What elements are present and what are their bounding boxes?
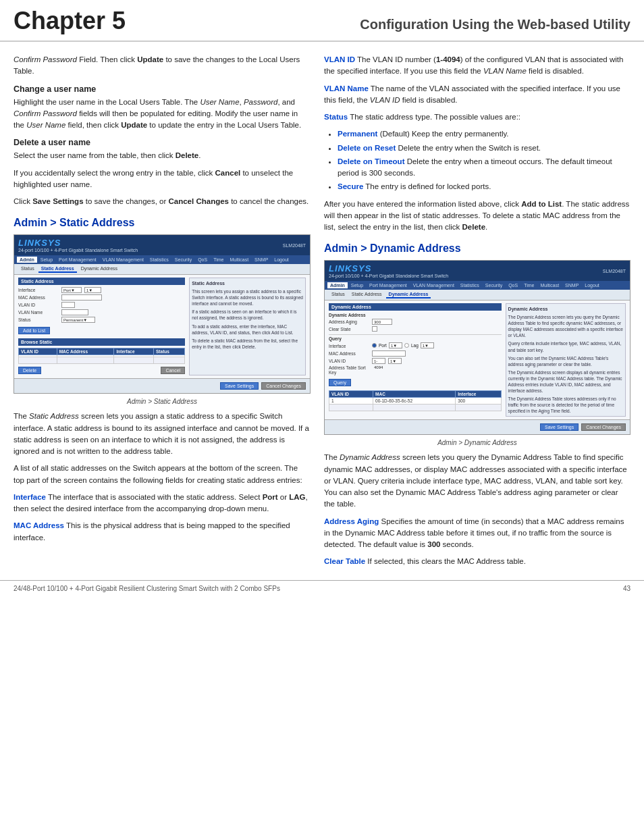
col-vlanid2: VLAN ID: [329, 391, 373, 398]
dynamic-address-table: VLAN ID MAC Interface 1: [329, 390, 502, 411]
aging-input2[interactable]: 300: [372, 319, 392, 325]
nav-time2[interactable]: Time: [521, 282, 537, 288]
device2-model: 24-port 10/100 + 4-Port Gigabit Standalo…: [329, 273, 448, 278]
sort-key-row: Address Table Sort Key: [329, 365, 502, 375]
nav-port1[interactable]: Port Management: [56, 257, 99, 263]
device1-section-title: Static Address: [18, 278, 185, 285]
nav-multicast1[interactable]: Multicast: [227, 257, 251, 263]
nav-time1[interactable]: Time: [211, 257, 226, 263]
page-header: Chapter 5 Configuration Using the Web-ba…: [0, 0, 644, 42]
vlan-name-input1[interactable]: [61, 309, 88, 315]
chapter-label: Chapter 5: [14, 7, 126, 35]
table-row[interactable]: [329, 405, 502, 411]
device1-subnav: Status Static Address Dynamic Address: [14, 264, 310, 275]
interface-select-num[interactable]: 1▼: [84, 287, 101, 293]
subnav-dynamic1[interactable]: Dynamic Address: [78, 265, 120, 273]
vlan-select2[interactable]: 1▼: [388, 358, 402, 364]
save-settings-btn1[interactable]: Save Settings: [220, 382, 259, 390]
table-row[interactable]: 1 00-1D-60-35-6c-52 300: [329, 398, 502, 405]
vlan-id-input1[interactable]: [61, 302, 75, 308]
linksys-logo1: LINKSYS: [18, 238, 138, 248]
subnav-static1[interactable]: Static Address: [38, 265, 77, 273]
nav-qos2[interactable]: QoS: [506, 282, 520, 288]
vlan-id-input2[interactable]: 1-4094: [372, 358, 385, 364]
delete-btn1[interactable]: Delete: [18, 367, 41, 374]
mac-label2: MAC Address: [329, 351, 369, 356]
nav-port2[interactable]: Port Management: [367, 282, 410, 288]
subnav-dynamic2[interactable]: Dynamic Address: [386, 291, 431, 298]
nav-qos1[interactable]: QoS: [195, 257, 210, 263]
device2-footer: Save Settings Cancel Changes: [325, 419, 630, 434]
delete-user-text2: If you accidentally select the wrong ent…: [14, 167, 311, 191]
device1-info-panel: Static Address This screen lets you assi…: [189, 278, 306, 375]
device1-nav: Admin Setup Port Management VLAN Managem…: [14, 255, 310, 264]
interface-radio-row: Port 1▼ Lag 1▼: [372, 342, 434, 348]
interface-select-type[interactable]: Port▼: [61, 287, 82, 293]
nav-multicast2[interactable]: Multicast: [537, 282, 562, 288]
status-select1[interactable]: Permanent▼: [61, 317, 95, 323]
table-actions1: Delete Cancel: [18, 365, 185, 375]
nav-stats1[interactable]: Statistics: [147, 257, 171, 263]
query-label2: Query: [329, 334, 502, 341]
vlan-id-label2: VLAN ID: [329, 359, 369, 363]
clear-state-row: Clear State: [329, 326, 502, 332]
add-to-list-btn1[interactable]: Add to List: [18, 327, 50, 334]
nav-snmp2[interactable]: SNMP: [562, 282, 581, 288]
nav-admin1[interactable]: Admin: [17, 257, 37, 263]
nav-admin2[interactable]: Admin: [327, 282, 348, 288]
nav-setup1[interactable]: Setup: [38, 257, 55, 263]
port-select2[interactable]: 1▼: [389, 342, 402, 348]
dyn-cell-vlan1: 1: [329, 398, 373, 405]
nav-logout1[interactable]: Logout: [271, 257, 291, 263]
change-user-text: Highlight the user name in the Local Use…: [14, 97, 311, 132]
info-text2: If a static address is seen on an interf…: [192, 309, 303, 321]
query-btn-row: Query: [329, 377, 502, 388]
query-btn[interactable]: Query: [329, 379, 351, 386]
device1-frame: LINKSYS 24-port 10/100 + 4-Port Gigabit …: [14, 235, 310, 393]
cancel-changes-btn2[interactable]: Cancel Changes: [581, 423, 626, 431]
nav-security2[interactable]: Security: [483, 282, 505, 288]
nav-vlan1[interactable]: VLAN Management: [100, 257, 146, 263]
bullet-delete-timeout: Delete on Timeout Delete the entry when …: [338, 156, 630, 180]
static-desc1: The Static Address screen lets you assig…: [14, 411, 311, 457]
subnav-status1[interactable]: Status: [18, 265, 37, 273]
page-footer: 24/48-Port 10/100 + 4-Port Gigabit Resil…: [0, 580, 644, 596]
lag-select2[interactable]: 1▼: [421, 342, 434, 348]
subnav-static2[interactable]: Static Address: [349, 291, 385, 298]
mac-input1[interactable]: [61, 294, 102, 301]
nav-vlan2[interactable]: VLAN Management: [410, 282, 457, 288]
info-dyn-text3: You can also set the Dynamic MAC Address…: [508, 355, 623, 367]
clear-state-checkbox[interactable]: [372, 326, 377, 332]
interface-label1: Interface: [18, 288, 59, 292]
nav-setup2[interactable]: Setup: [348, 282, 366, 288]
device2-frame: LINKSYS 24-port 10/100 + 4-Port Gigabit …: [325, 261, 630, 434]
save-settings-btn2[interactable]: Save Settings: [540, 423, 579, 431]
left-column: Confirm Password Field. Then click Updat…: [14, 54, 311, 573]
confirm-password-italic: Confirm Password: [14, 55, 77, 63]
screenshot1-caption: Admin > Static Address: [14, 396, 311, 407]
status-row1: Status Permanent▼: [18, 317, 102, 323]
device2-body: Dynamic Address Dynamic Address Address …: [325, 301, 630, 419]
nav-stats2[interactable]: Statistics: [458, 282, 482, 288]
cancel-btn1[interactable]: Cancel: [161, 367, 185, 374]
subnav-status2[interactable]: Status: [329, 291, 348, 298]
nav-security1[interactable]: Security: [172, 257, 194, 263]
dyn-cell-int2: [456, 405, 501, 411]
device1-body: Static Address Interface Port▼ 1▼ MAC Ad…: [14, 275, 310, 378]
aging-label2: Address Aging: [329, 319, 369, 324]
nav-snmp1[interactable]: SNMP: [252, 257, 271, 263]
dyn-cell-mac2: [373, 405, 456, 411]
mac-input2[interactable]: [372, 350, 406, 357]
device1-header: LINKSYS 24-port 10/100 + 4-Port Gigabit …: [14, 235, 310, 255]
table-row[interactable]: [19, 357, 185, 364]
radio-lag2[interactable]: [404, 343, 409, 348]
info-dyn-text1: The Dynamic Address screen lets you quer…: [508, 314, 623, 338]
cancel-changes-btn1[interactable]: Cancel Changes: [261, 382, 306, 390]
nav-logout2[interactable]: Logout: [582, 282, 601, 288]
radio-port2[interactable]: [372, 343, 377, 348]
dyn-cell-int1: 300: [456, 398, 501, 405]
device2-logo-area: LINKSYS 24-port 10/100 + 4-Port Gigabit …: [329, 263, 448, 278]
device1-table-title: Browse Static: [18, 338, 185, 346]
dynamic-address-title: Admin > Dynamic Address: [324, 242, 630, 255]
device1-footer: Save Settings Cancel Changes: [14, 378, 310, 393]
